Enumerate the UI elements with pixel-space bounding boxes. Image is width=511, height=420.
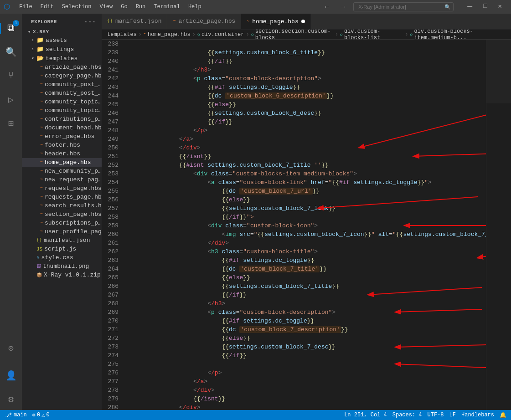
activity-remote[interactable]: ⊙: [0, 337, 22, 359]
nav-forward-button[interactable]: →: [337, 2, 350, 12]
tree-file-new-comm-po[interactable]: ~ new_community_po...: [22, 167, 102, 175]
menu-help[interactable]: Help: [185, 2, 205, 12]
statusbar-feedback[interactable]: 🔔: [500, 412, 506, 419]
activity-settings[interactable]: ⚙: [0, 388, 22, 410]
tabs-bar: {} manifest.json ~ article_page.hbs ~ ho…: [102, 14, 511, 30]
tree-file-category[interactable]: ~ category_page.hbs: [22, 72, 102, 80]
bc-hbs-icon: ~: [144, 32, 146, 37]
menu-edit[interactable]: Edit: [37, 2, 57, 12]
tree-item-assets[interactable]: › 📁 assets: [22, 36, 102, 45]
code-line-242: {{#if settings.dc_toggle}}: [122, 74, 486, 83]
json-icon-manifest: {}: [36, 238, 42, 243]
tree-file-requests[interactable]: ~ requests_page.hbs: [22, 193, 102, 201]
tree-arrow-templates: ▾: [29, 56, 36, 61]
hbs-icon-rp: ~: [40, 186, 43, 191]
tree-file-article[interactable]: ~ article_page.hbs: [22, 63, 102, 72]
code-line-260: </div>: [122, 230, 486, 239]
json-tab-icon: {}: [107, 19, 113, 24]
hbs-icon-dh: ~: [40, 125, 43, 130]
code-line-267: </h3>: [122, 291, 486, 299]
tree-file-home[interactable]: ~ home_page.hbs: [22, 158, 102, 167]
breadcrumb-templates: templates: [107, 31, 137, 38]
activity-account[interactable]: 👤: [0, 364, 22, 386]
tree-file-header[interactable]: ~ header.hbs: [22, 149, 102, 158]
source-control-icon: ⑂: [8, 71, 14, 81]
code-line-252: <div class="custom-blocks-item medium-bl…: [122, 161, 486, 169]
code-line-254: {{dc 'custom_block_7_url'}}: [122, 178, 486, 187]
js-icon-script: JS: [36, 246, 42, 252]
content-area: Explorer ··· ▾ X-RAY › 📁 assets › 📁 sett…: [22, 14, 511, 410]
tree-file-section[interactable]: ~ section_page.hbs: [22, 210, 102, 219]
tree-file-request[interactable]: ~ request_page.hbs: [22, 184, 102, 193]
tree-item-templates[interactable]: ▾ 📂 templates: [22, 54, 102, 63]
img-icon-thumbnail: 🖼: [36, 264, 41, 269]
hbs-tab-icon-article: ~: [173, 19, 175, 24]
menu-go[interactable]: Go: [117, 2, 131, 12]
tree-file-comm-topic-pa[interactable]: ~ community_topic_pa...: [22, 106, 102, 115]
nav-back-button[interactable]: ←: [320, 2, 333, 12]
tree-file-user-profile[interactable]: ~ user_profile_page.hbs: [22, 227, 102, 236]
tree-file-error[interactable]: ~ error_page.hbs: [22, 132, 102, 141]
breadcrumb-home-hbs: home_page.hbs: [148, 31, 191, 38]
statusbar-errors[interactable]: ⊗ 0 ⚠ 0: [32, 412, 50, 419]
menu-terminal[interactable]: Terminal: [150, 2, 184, 12]
tree-file-thumbnail[interactable]: 🖼 thumbnail.png: [22, 262, 102, 271]
window-close[interactable]: ✕: [493, 2, 507, 11]
code-line-271: {{else}}: [122, 325, 486, 334]
tree-item-xray[interactable]: ▾ X-RAY: [22, 28, 102, 36]
hbs-icon-header: ~: [40, 151, 43, 156]
statusbar-line-col[interactable]: Ln 251, Col 4: [344, 412, 387, 418]
window-maximize[interactable]: □: [478, 2, 492, 11]
hbs-icon-ncp: ~: [40, 169, 43, 174]
tree-file-footer[interactable]: ~ footer.hbs: [22, 141, 102, 149]
tree-item-settings[interactable]: › 📁 settings: [22, 45, 102, 54]
tree-file-comm-post-list[interactable]: ~ community_post_list...: [22, 80, 102, 89]
window-minimize[interactable]: ─: [462, 2, 478, 11]
code-line-248: </a>: [122, 126, 486, 135]
menu-selection[interactable]: Selection: [58, 2, 95, 12]
tree-file-zip[interactable]: 📦 X-Ray v1.0.1.zip: [22, 271, 102, 279]
tree-file-script[interactable]: JS script.js: [22, 245, 102, 253]
minimap[interactable]: [486, 40, 511, 410]
code-lines: {{settings.custom_block_6_title}} {{/if}…: [122, 40, 486, 410]
tree-file-search[interactable]: ~ search_results.hbs: [22, 201, 102, 210]
menu-view[interactable]: View: [96, 2, 116, 12]
statusbar: ⎇ main ⊗ 0 ⚠ 0 Ln 251, Col 4 Spaces: 4 U…: [0, 410, 511, 420]
statusbar-encoding[interactable]: UTF-8: [428, 412, 444, 418]
tree-file-style[interactable]: # style.css: [22, 253, 102, 262]
code-line-275: </p>: [122, 360, 486, 369]
tree-file-comm-post-pa[interactable]: ~ community_post_pa...: [22, 89, 102, 97]
tree-file-contributions[interactable]: ~ contributions_page....: [22, 115, 102, 123]
tab-manifest[interactable]: {} manifest.json: [102, 14, 167, 29]
activity-explorer[interactable]: ⧉ 1: [0, 17, 22, 39]
code-line-257: {{/if}}">: [122, 204, 486, 213]
tree-file-doc-head[interactable]: ~ document_head.hbs: [22, 123, 102, 132]
statusbar-eol[interactable]: LF: [449, 412, 456, 418]
activity-extensions[interactable]: ⊞: [0, 112, 22, 134]
tree-file-comm-topic-lis[interactable]: ~ community_topic_lis...: [22, 97, 102, 106]
search-input[interactable]: [353, 2, 454, 11]
tab-article[interactable]: ~ article_page.hbs: [167, 14, 241, 29]
tree-file-new-req[interactable]: ~ new_request_page.h...: [22, 175, 102, 184]
activity-run[interactable]: ▷: [0, 88, 22, 110]
activity-source-control[interactable]: ⑂: [0, 65, 22, 87]
sidebar-menu-button[interactable]: ···: [84, 18, 96, 26]
tree-file-manifest[interactable]: {} manifest.json: [22, 236, 102, 245]
code-line-249: </div>: [122, 135, 486, 143]
breadcrumb-div-container: div.container: [201, 31, 244, 38]
menu-file[interactable]: File: [15, 2, 36, 12]
activity-search[interactable]: 🔍: [0, 41, 22, 63]
templates-label: templates: [46, 55, 77, 62]
branch-icon: ⎇: [5, 411, 12, 419]
tab-home[interactable]: ~ home_page.hbs: [241, 14, 310, 29]
remote-icon: ⊙: [8, 343, 14, 354]
code-line-272: {{settings.custom_block_7_desc}}: [122, 334, 486, 343]
statusbar-spaces[interactable]: Spaces: 4: [392, 412, 422, 418]
statusbar-language[interactable]: Handlebars: [461, 412, 494, 418]
code-content[interactable]: {{settings.custom_block_6_title}} {{/if}…: [122, 40, 486, 410]
menu-run[interactable]: Run: [132, 2, 150, 12]
search-icon: 🔍: [5, 46, 17, 58]
error-icon: ⊗: [32, 412, 36, 419]
statusbar-branch[interactable]: ⎇ main: [5, 411, 27, 419]
tree-file-subscriptions[interactable]: ~ subscriptions_page...: [22, 219, 102, 227]
